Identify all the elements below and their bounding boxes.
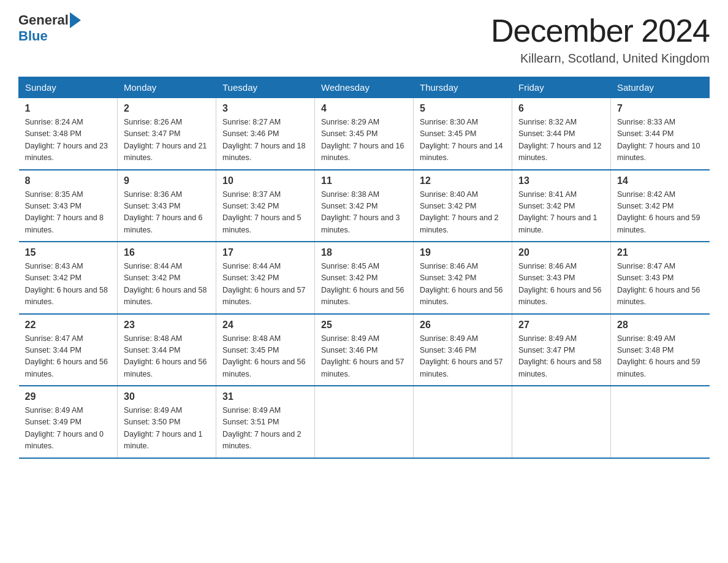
calendar-week-1: 1Sunrise: 8:24 AMSunset: 3:48 PMDaylight… (19, 98, 710, 170)
calendar-week-2: 8Sunrise: 8:35 AMSunset: 3:43 PMDaylight… (19, 170, 710, 242)
calendar-cell: 20Sunrise: 8:46 AMSunset: 3:43 PMDayligh… (512, 242, 611, 314)
header-saturday: Saturday (611, 77, 710, 98)
day-number: 15 (25, 247, 112, 258)
calendar-cell: 16Sunrise: 8:44 AMSunset: 3:42 PMDayligh… (118, 242, 216, 314)
day-number: 27 (518, 320, 604, 331)
month-title: December 2024 (491, 12, 710, 49)
day-info: Sunrise: 8:26 AMSunset: 3:47 PMDaylight:… (124, 118, 207, 162)
day-info: Sunrise: 8:48 AMSunset: 3:44 PMDaylight:… (124, 334, 207, 378)
calendar-cell: 22Sunrise: 8:47 AMSunset: 3:44 PMDayligh… (19, 314, 118, 386)
calendar-cell: 11Sunrise: 8:38 AMSunset: 3:42 PMDayligh… (315, 170, 414, 242)
day-number: 24 (222, 320, 308, 331)
calendar-cell: 15Sunrise: 8:43 AMSunset: 3:42 PMDayligh… (19, 242, 118, 314)
calendar-cell: 9Sunrise: 8:36 AMSunset: 3:43 PMDaylight… (118, 170, 216, 242)
calendar-cell: 1Sunrise: 8:24 AMSunset: 3:48 PMDaylight… (19, 98, 118, 170)
day-number: 22 (25, 320, 112, 331)
day-info: Sunrise: 8:48 AMSunset: 3:45 PMDaylight:… (222, 334, 306, 378)
calendar-cell: 23Sunrise: 8:48 AMSunset: 3:44 PMDayligh… (118, 314, 216, 386)
day-number: 11 (321, 175, 407, 186)
calendar-cell: 28Sunrise: 8:49 AMSunset: 3:48 PMDayligh… (611, 314, 710, 386)
day-info: Sunrise: 8:32 AMSunset: 3:44 PMDaylight:… (518, 118, 602, 162)
calendar-cell: 2Sunrise: 8:26 AMSunset: 3:47 PMDaylight… (118, 98, 216, 170)
day-number: 4 (321, 103, 407, 114)
calendar-cell (414, 386, 512, 458)
day-info: Sunrise: 8:49 AMSunset: 3:47 PMDaylight:… (518, 334, 602, 378)
day-info: Sunrise: 8:36 AMSunset: 3:43 PMDaylight:… (124, 190, 203, 234)
calendar-cell: 30Sunrise: 8:49 AMSunset: 3:50 PMDayligh… (118, 386, 216, 458)
calendar-cell: 6Sunrise: 8:32 AMSunset: 3:44 PMDaylight… (512, 98, 611, 170)
calendar-cell: 8Sunrise: 8:35 AMSunset: 3:43 PMDaylight… (19, 170, 118, 242)
calendar-cell: 31Sunrise: 8:49 AMSunset: 3:51 PMDayligh… (216, 386, 315, 458)
day-number: 9 (124, 175, 210, 186)
day-number: 29 (25, 391, 112, 402)
calendar-week-4: 22Sunrise: 8:47 AMSunset: 3:44 PMDayligh… (19, 314, 710, 386)
page-header: General Blue December 2024 Killearn, Sco… (18, 12, 710, 66)
calendar-cell (611, 386, 710, 458)
calendar-cell: 10Sunrise: 8:37 AMSunset: 3:42 PMDayligh… (216, 170, 315, 242)
header-monday: Monday (118, 77, 216, 98)
day-info: Sunrise: 8:24 AMSunset: 3:48 PMDaylight:… (25, 118, 108, 162)
calendar-cell: 19Sunrise: 8:46 AMSunset: 3:42 PMDayligh… (414, 242, 512, 314)
day-info: Sunrise: 8:44 AMSunset: 3:42 PMDaylight:… (222, 262, 306, 306)
header-friday: Friday (512, 77, 611, 98)
calendar-cell: 29Sunrise: 8:49 AMSunset: 3:49 PMDayligh… (19, 386, 118, 458)
logo-arrow-icon (70, 12, 81, 28)
calendar-cell: 12Sunrise: 8:40 AMSunset: 3:42 PMDayligh… (414, 170, 512, 242)
calendar-cell: 27Sunrise: 8:49 AMSunset: 3:47 PMDayligh… (512, 314, 611, 386)
day-number: 19 (420, 247, 506, 258)
calendar-cell: 14Sunrise: 8:42 AMSunset: 3:42 PMDayligh… (611, 170, 710, 242)
day-info: Sunrise: 8:49 AMSunset: 3:46 PMDaylight:… (420, 334, 503, 378)
day-number: 13 (518, 175, 604, 186)
day-number: 10 (222, 175, 308, 186)
header-thursday: Thursday (414, 77, 512, 98)
header-tuesday: Tuesday (216, 77, 315, 98)
day-number: 30 (124, 391, 210, 402)
day-number: 7 (617, 103, 703, 114)
calendar-cell: 21Sunrise: 8:47 AMSunset: 3:43 PMDayligh… (611, 242, 710, 314)
calendar-cell: 13Sunrise: 8:41 AMSunset: 3:42 PMDayligh… (512, 170, 611, 242)
logo: General Blue (18, 12, 82, 44)
header-wednesday: Wednesday (315, 77, 414, 98)
day-number: 6 (518, 103, 604, 114)
day-number: 12 (420, 175, 506, 186)
calendar-cell: 26Sunrise: 8:49 AMSunset: 3:46 PMDayligh… (414, 314, 512, 386)
calendar-cell: 18Sunrise: 8:45 AMSunset: 3:42 PMDayligh… (315, 242, 414, 314)
day-info: Sunrise: 8:37 AMSunset: 3:42 PMDaylight:… (222, 190, 301, 234)
day-number: 5 (420, 103, 506, 114)
title-block: December 2024 Killearn, Scotland, United… (491, 12, 710, 66)
day-number: 1 (25, 103, 112, 114)
day-number: 25 (321, 320, 407, 331)
day-info: Sunrise: 8:35 AMSunset: 3:43 PMDaylight:… (25, 190, 104, 234)
day-number: 20 (518, 247, 604, 258)
day-info: Sunrise: 8:41 AMSunset: 3:42 PMDaylight:… (518, 190, 597, 234)
day-number: 26 (420, 320, 506, 331)
day-info: Sunrise: 8:38 AMSunset: 3:42 PMDaylight:… (321, 190, 400, 234)
day-info: Sunrise: 8:49 AMSunset: 3:48 PMDaylight:… (617, 334, 700, 378)
day-number: 3 (222, 103, 308, 114)
day-info: Sunrise: 8:47 AMSunset: 3:44 PMDaylight:… (25, 334, 108, 378)
day-info: Sunrise: 8:30 AMSunset: 3:45 PMDaylight:… (420, 118, 503, 162)
header-sunday: Sunday (19, 77, 118, 98)
day-number: 18 (321, 247, 407, 258)
day-info: Sunrise: 8:40 AMSunset: 3:42 PMDaylight:… (420, 190, 499, 234)
day-number: 8 (25, 175, 112, 186)
day-info: Sunrise: 8:29 AMSunset: 3:45 PMDaylight:… (321, 118, 404, 162)
day-info: Sunrise: 8:45 AMSunset: 3:42 PMDaylight:… (321, 262, 404, 306)
logo-general-text: General (18, 12, 69, 28)
calendar-cell: 25Sunrise: 8:49 AMSunset: 3:46 PMDayligh… (315, 314, 414, 386)
day-info: Sunrise: 8:33 AMSunset: 3:44 PMDaylight:… (617, 118, 700, 162)
calendar-cell (512, 386, 611, 458)
day-number: 23 (124, 320, 210, 331)
calendar-week-5: 29Sunrise: 8:49 AMSunset: 3:49 PMDayligh… (19, 386, 710, 458)
calendar-cell: 7Sunrise: 8:33 AMSunset: 3:44 PMDaylight… (611, 98, 710, 170)
calendar-cell: 3Sunrise: 8:27 AMSunset: 3:46 PMDaylight… (216, 98, 315, 170)
logo-blue-text: Blue (18, 28, 48, 44)
day-info: Sunrise: 8:49 AMSunset: 3:50 PMDaylight:… (124, 406, 203, 450)
day-info: Sunrise: 8:27 AMSunset: 3:46 PMDaylight:… (222, 118, 306, 162)
calendar-cell: 24Sunrise: 8:48 AMSunset: 3:45 PMDayligh… (216, 314, 315, 386)
day-info: Sunrise: 8:49 AMSunset: 3:46 PMDaylight:… (321, 334, 404, 378)
day-info: Sunrise: 8:47 AMSunset: 3:43 PMDaylight:… (617, 262, 700, 306)
calendar-week-3: 15Sunrise: 8:43 AMSunset: 3:42 PMDayligh… (19, 242, 710, 314)
calendar-cell: 5Sunrise: 8:30 AMSunset: 3:45 PMDaylight… (414, 98, 512, 170)
day-number: 2 (124, 103, 210, 114)
